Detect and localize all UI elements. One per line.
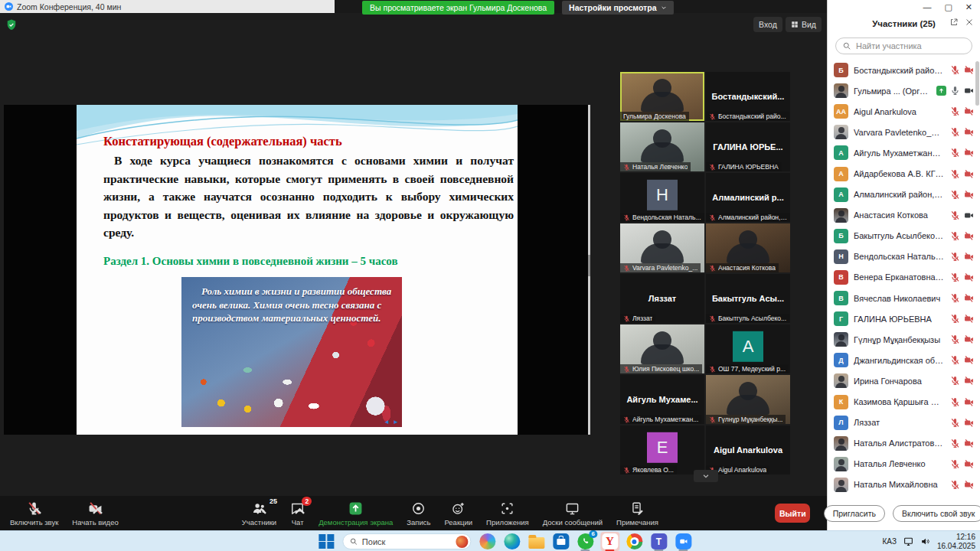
clock-date: 16.04.2025 bbox=[937, 542, 975, 551]
display-icon[interactable] bbox=[903, 536, 913, 546]
security-shield-icon[interactable] bbox=[6, 19, 17, 31]
video-tile-almaly[interactable]: Алмалинский р...Алмалинский район, ... bbox=[706, 173, 790, 222]
unmute-self-button[interactable]: Включить свой звук bbox=[893, 505, 980, 522]
video-tile-osh77[interactable]: АОШ 77, Медеуский р... bbox=[706, 324, 790, 373]
toolbar-item-video[interactable]: Начать видео bbox=[65, 496, 125, 530]
close-panel-icon[interactable] bbox=[965, 18, 974, 27]
toolbar-item-notes[interactable]: Примечания bbox=[609, 496, 665, 530]
participant-row[interactable]: ВВячеслав Николаевич bbox=[828, 288, 980, 308]
participant-row[interactable]: ККазимова Қаршыға Хамитовна bbox=[828, 392, 980, 412]
video-tile-gulmira[interactable]: Гульмира Доскенова bbox=[620, 72, 704, 121]
video-tile-aigul-a[interactable]: Aigul AnarkulovaAigul Anarkulova bbox=[706, 425, 790, 474]
close-window-button[interactable]: ✕ bbox=[965, 2, 972, 15]
chevron-up-icon[interactable] bbox=[292, 504, 307, 519]
invite-button[interactable]: Пригласить bbox=[824, 505, 885, 522]
participant-row[interactable]: Гүлнұр Мұқанбекқызы bbox=[828, 329, 980, 350]
tile-label-text: Бостандыкский райо... bbox=[718, 112, 786, 120]
toolbar-item-participants[interactable]: 25Участники bbox=[235, 496, 283, 530]
view-button[interactable]: Вид bbox=[786, 17, 822, 32]
taskbar-icon-teams[interactable]: T bbox=[649, 532, 668, 551]
taskbar-icon-store[interactable] bbox=[551, 532, 570, 551]
maximize-button[interactable]: ▢ bbox=[944, 2, 952, 15]
participant-status-icons bbox=[950, 480, 974, 490]
search-placeholder-text: Поиск bbox=[362, 537, 451, 546]
participant-row[interactable]: ААйгуль Мухаметжанова Меде... bbox=[828, 142, 980, 163]
muted-mic-icon bbox=[950, 65, 960, 75]
participant-row[interactable]: ГГАЛИНА ЮРЬЕВНА bbox=[828, 308, 980, 329]
participant-row[interactable]: ААлмалинский район, 90 лицей,... bbox=[828, 184, 980, 205]
video-tile-varvara[interactable]: Varvara Pavletenko_... bbox=[620, 223, 704, 272]
tile-name-label: Айгуль Мухаметжан... bbox=[620, 415, 701, 424]
taskbar-icon-copilot[interactable] bbox=[478, 532, 497, 551]
toolbar-item-apps[interactable]: Приложения bbox=[479, 496, 536, 530]
video-tile-galina[interactable]: ГАЛИНА ЮРЬЕ...ГАЛИНА ЮРЬЕВНА bbox=[706, 122, 790, 171]
video-tile-lyazzat[interactable]: ЛяззатЛяззат bbox=[620, 274, 704, 323]
muted-mic-icon bbox=[950, 231, 960, 241]
video-tile-bostandyk[interactable]: Бостандыкский...Бостандыкский райо... bbox=[706, 72, 790, 121]
participant-row[interactable]: НВендольская Наталья Н. КГУО... bbox=[828, 246, 980, 267]
taskbar-icon-chrome[interactable] bbox=[625, 532, 644, 551]
participant-search bbox=[835, 37, 972, 54]
chevron-up-icon[interactable] bbox=[254, 504, 269, 519]
taskbar-icon-whatsapp[interactable]: 6 bbox=[576, 532, 595, 551]
taskbar-clock[interactable]: 12:16 16.04.2025 bbox=[937, 533, 975, 550]
video-tile-yulia[interactable]: Юлия Писковец шко... bbox=[620, 324, 704, 373]
muted-mic-icon bbox=[709, 214, 716, 221]
participant-avatar: А bbox=[834, 145, 848, 160]
toolbar-item-whiteboards[interactable]: Доски сообщений bbox=[536, 496, 609, 530]
toolbar-item-chat[interactable]: 2Чат bbox=[283, 496, 312, 530]
participant-row[interactable]: ББостандыкский район ГМ№68 (Я) bbox=[828, 60, 980, 80]
toolbar-item-reactions[interactable]: Реакции bbox=[437, 496, 479, 530]
view-options-button[interactable]: Настройки просмотра bbox=[562, 1, 674, 15]
participant-row[interactable]: Наталья Левченко bbox=[828, 454, 980, 474]
toolbar-item-share[interactable]: Демонстрация экрана bbox=[312, 496, 400, 530]
more-tiles-button[interactable] bbox=[694, 470, 718, 482]
slide-nav-arrows[interactable]: ◄ ► bbox=[384, 419, 400, 425]
participant-row[interactable]: ДДжангильдинская общеобраз... bbox=[828, 350, 980, 370]
participant-status-icons bbox=[950, 252, 974, 262]
taskbar-icon-search[interactable]: Поиск bbox=[341, 532, 472, 551]
participant-row[interactable]: Наталья Михайловна bbox=[828, 474, 980, 495]
minimize-button[interactable]: — bbox=[923, 2, 931, 15]
participant-row[interactable]: ЛЛяззат bbox=[828, 412, 980, 433]
share-scrollbar-thumb[interactable] bbox=[588, 255, 590, 276]
search-participant-input[interactable] bbox=[835, 37, 972, 54]
toolbar-item-record[interactable]: Запись bbox=[400, 496, 437, 530]
participant-row[interactable]: ВВенера Ерканатовна Жетісу ау... bbox=[828, 267, 980, 288]
participant-row[interactable]: Varvara Pavletenko_ШЛ_28 bbox=[828, 122, 980, 142]
taskbar-icon-start[interactable] bbox=[317, 532, 335, 551]
taskbar-icon-explorer[interactable] bbox=[527, 532, 546, 551]
video-tile-yakovleva[interactable]: ЕЯковлева О... bbox=[620, 425, 704, 474]
taskbar-icon-zoom[interactable] bbox=[674, 532, 693, 551]
participant-row[interactable]: Гульмира ... (Организатор) bbox=[828, 80, 980, 101]
video-tile-anastasia[interactable]: Анастасия Коткова bbox=[706, 223, 790, 272]
language-indicator[interactable]: КАЗ bbox=[883, 537, 897, 546]
video-tile-bakytgul[interactable]: Бакытгуль Асы...Бакытгуль Асылбеко... bbox=[706, 274, 790, 323]
taskbar-icon-edge[interactable] bbox=[502, 532, 521, 551]
participant-avatar: AA bbox=[834, 104, 848, 119]
participant-avatar: В bbox=[834, 291, 848, 305]
participants-scrollbar[interactable] bbox=[975, 61, 979, 106]
toolbar-item-mute[interactable]: Включить звук bbox=[3, 496, 65, 530]
chevron-up-icon[interactable] bbox=[90, 504, 105, 519]
participant-row[interactable]: AAAigul Anarkulova bbox=[828, 101, 980, 122]
video-tile-gulnur[interactable]: Гүлнұр Мұқанбеққы... bbox=[706, 375, 790, 424]
participant-row[interactable]: Наталья Алистратова КГУ ШГ... bbox=[828, 433, 980, 454]
slide-image-caption: Роль химии в жизни и развитии общества о… bbox=[181, 277, 402, 325]
participant-row[interactable]: ААйдарбекова А.В. КГУОШ &10... bbox=[828, 163, 980, 184]
chevron-up-icon[interactable] bbox=[29, 504, 44, 519]
signin-button[interactable]: Вход bbox=[753, 17, 782, 32]
participant-row[interactable]: Ирина Гончарова bbox=[828, 370, 980, 391]
toolbar-item-label: Приложения bbox=[486, 518, 529, 527]
participant-row[interactable]: Анастасия Коткова bbox=[828, 205, 980, 226]
leave-meeting-button[interactable]: Выйти bbox=[775, 504, 810, 523]
taskbar-icon-yandex[interactable]: Y bbox=[600, 532, 619, 551]
popout-icon[interactable] bbox=[949, 18, 959, 27]
share-scrollbar[interactable] bbox=[588, 105, 590, 435]
video-tile-natalya-levchenko[interactable]: Наталья Левченко bbox=[620, 122, 704, 171]
volume-icon[interactable] bbox=[920, 536, 930, 546]
video-tile-vendolskaya[interactable]: НВендольская Наталь... bbox=[620, 173, 704, 222]
participant-row[interactable]: ББакытгуль Асылбековна bbox=[828, 226, 980, 246]
video-tile-aigul-m[interactable]: Айгуль Мухаме...Айгуль Мухаметжан... bbox=[620, 375, 704, 424]
chrome-icon bbox=[626, 533, 642, 549]
